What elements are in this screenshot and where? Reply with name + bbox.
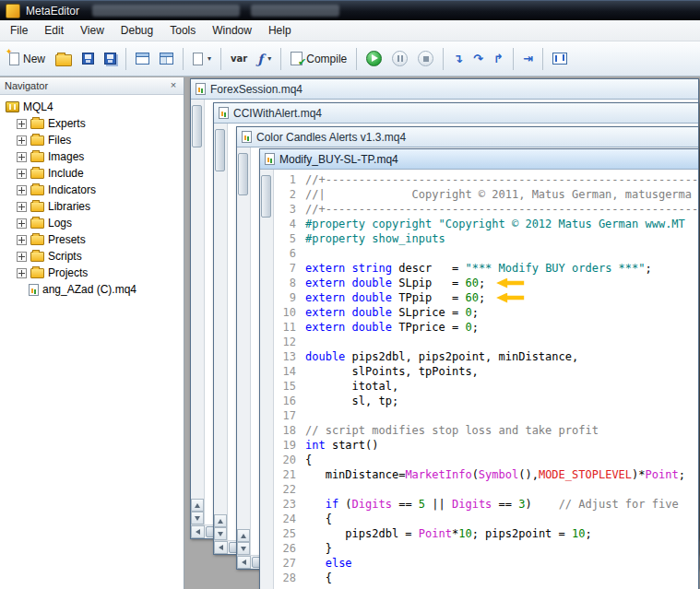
save-all-button[interactable] (100, 45, 121, 73)
code-token: //+-------------------------------------… (305, 202, 698, 217)
profile-button[interactable] (188, 45, 216, 73)
scroll-down-icon[interactable] (214, 527, 227, 540)
expand-plus-icon[interactable] (17, 119, 27, 129)
tree-item-indicators[interactable]: Indicators (2, 182, 182, 198)
line-number: 2 (274, 187, 296, 202)
scroll-up-icon[interactable] (214, 514, 227, 527)
scrollbar-thumb[interactable] (192, 105, 202, 147)
tree-item-ang-azad-c-mq4[interactable]: ang_AZad (C).mq4 (2, 281, 182, 298)
code-token: sl, tp; (305, 394, 398, 408)
tree-item-projects[interactable]: Projects (2, 265, 182, 281)
vertical-scrollbar[interactable] (214, 124, 228, 540)
continue-button[interactable] (518, 45, 538, 73)
step-out-icon (493, 53, 504, 65)
expand-plus-icon[interactable] (17, 218, 27, 229)
code-token: ; (472, 320, 479, 335)
scroll-up-icon[interactable] (237, 529, 250, 542)
tree-item-presets[interactable]: Presets (2, 231, 182, 248)
scrollbar-thumb[interactable] (238, 153, 248, 195)
menu-item-window[interactable]: Window (204, 21, 260, 40)
tree-item-images[interactable]: Images (2, 148, 182, 165)
start-button[interactable] (362, 45, 386, 73)
tree-item-label: Images (48, 150, 84, 163)
function-button[interactable]: ƒ (253, 45, 276, 73)
expand-plus-icon[interactable] (17, 185, 27, 195)
code-token: #property copyright (305, 217, 439, 231)
code-line: 1//+------------------------------------… (274, 172, 698, 187)
menu-item-file[interactable]: File (2, 21, 36, 40)
document-titlebar[interactable]: Color Candles Alerts v1.3.mq4 (237, 127, 698, 147)
line-number: 26 (274, 541, 296, 556)
code-token: else (326, 556, 352, 571)
stop-button[interactable] (413, 45, 438, 73)
tile-windows-button[interactable] (131, 45, 154, 73)
open-button[interactable] (51, 45, 77, 73)
code-line: 2//| Copyright © 2011, Matus German, mat… (274, 187, 698, 202)
scroll-left-icon[interactable] (191, 525, 205, 538)
tree-item-mql4[interactable]: MQL4 (2, 99, 182, 115)
scroll-down-icon[interactable] (191, 512, 204, 524)
tree-item-include[interactable]: Include (2, 165, 182, 182)
menu-item-help[interactable]: Help (260, 21, 300, 40)
scrollbar-thumb[interactable] (215, 129, 225, 171)
expand-plus-icon[interactable] (17, 235, 27, 245)
scroll-up-icon[interactable] (191, 499, 204, 512)
new-button[interactable]: New (5, 45, 50, 73)
save-button[interactable] (77, 45, 99, 73)
step-out-button[interactable] (489, 45, 508, 73)
close-navigator-button[interactable] (168, 80, 179, 91)
scroll-down-icon[interactable] (237, 542, 250, 555)
line-number: 25 (274, 526, 296, 541)
new-file-icon (9, 53, 19, 65)
menu-item-edit[interactable]: Edit (36, 21, 72, 40)
line-number: 12 (274, 335, 296, 349)
vertical-scrollbar[interactable] (191, 100, 205, 524)
chart-button[interactable] (548, 45, 572, 73)
code-line: 9extern double TPpip = 60; (274, 290, 698, 305)
code-token: ; (646, 261, 652, 276)
document-window-modify-buy-sl-tp[interactable]: Modify_BUY-SL-TP.mq4 1//+---------------… (259, 148, 699, 589)
titlebar[interactable]: MetaEditor (0, 0, 700, 20)
tree-item-label: Libraries (48, 200, 90, 213)
scrollbar-thumb[interactable] (261, 175, 271, 218)
tree-item-logs[interactable]: Logs (2, 215, 182, 231)
tree-item-experts[interactable]: Experts (2, 115, 182, 132)
save-all-icon (104, 53, 116, 65)
menu-item-tools[interactable]: Tools (161, 21, 204, 40)
vertical-scrollbar[interactable] (260, 170, 274, 589)
code-token: start() (326, 438, 379, 453)
menu-item-debug[interactable]: Debug (113, 21, 161, 40)
pause-button[interactable] (387, 45, 412, 73)
variables-button[interactable]: var (226, 45, 252, 73)
expand-plus-icon[interactable] (17, 268, 27, 278)
expand-plus-icon[interactable] (17, 152, 27, 162)
expand-plus-icon[interactable] (17, 202, 27, 212)
expand-plus-icon[interactable] (17, 135, 27, 146)
code-line: 20{ (274, 453, 698, 467)
document-titlebar[interactable]: Modify_BUY-SL-TP.mq4 (260, 149, 698, 170)
code-token: //+-------------------------------------… (305, 172, 698, 187)
line-number: 15 (274, 379, 296, 394)
scroll-left-icon[interactable] (214, 541, 228, 554)
folder-icon (30, 252, 44, 262)
open-folder-icon (55, 54, 72, 66)
tree-item-files[interactable]: Files (2, 132, 182, 148)
library-icon (6, 101, 19, 112)
line-number: 7 (274, 261, 296, 276)
expand-plus-icon[interactable] (17, 169, 27, 179)
document-titlebar[interactable]: CCIWithAlert.mq4 (214, 103, 698, 124)
line-number: 14 (274, 364, 296, 379)
line-number: 20 (274, 453, 296, 467)
step-over-button[interactable] (469, 45, 488, 73)
tree-item-libraries[interactable]: Libraries (2, 198, 182, 215)
vertical-scrollbar[interactable] (237, 147, 251, 555)
compile-button[interactable]: Compile (286, 45, 351, 73)
expand-plus-icon[interactable] (17, 252, 27, 262)
scroll-left-icon[interactable] (237, 556, 251, 569)
split-window-button[interactable] (155, 45, 178, 73)
document-titlebar[interactable]: ForexSession.mq4 (191, 79, 698, 100)
tree-item-scripts[interactable]: Scripts (2, 248, 182, 265)
step-into-button[interactable] (448, 45, 468, 73)
menu-item-view[interactable]: View (72, 21, 113, 40)
code-area[interactable]: 1//+------------------------------------… (274, 170, 698, 589)
